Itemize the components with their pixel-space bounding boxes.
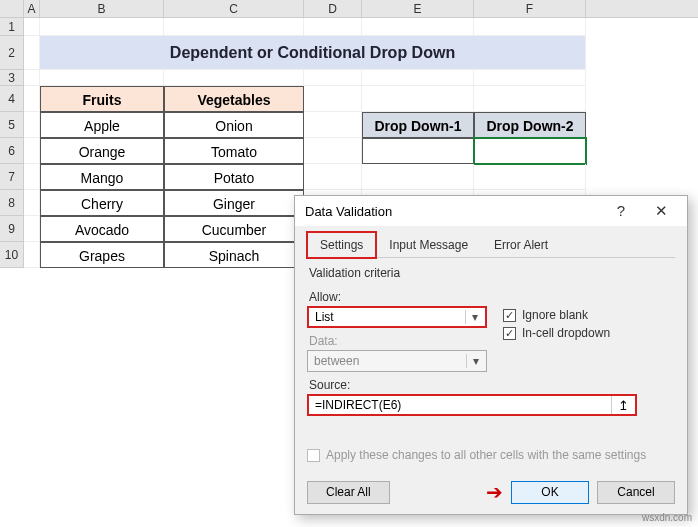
cell[interactable] <box>24 190 40 216</box>
table-header[interactable]: Fruits <box>40 86 164 112</box>
allow-select[interactable]: List ▾ <box>307 306 487 328</box>
cell[interactable] <box>24 216 40 242</box>
cell[interactable] <box>24 242 40 268</box>
row-header[interactable]: 10 <box>0 242 24 268</box>
cell[interactable] <box>474 86 586 112</box>
table-cell[interactable]: Orange <box>40 138 164 164</box>
table-cell[interactable]: Ginger <box>164 190 304 216</box>
select-all-corner[interactable] <box>0 0 24 17</box>
data-select: between ▾ <box>307 350 487 372</box>
cell[interactable] <box>24 36 40 70</box>
page-title: Dependent or Conditional Drop Down <box>40 36 586 70</box>
row: 3 <box>0 70 698 86</box>
cell[interactable] <box>24 112 40 138</box>
row-header[interactable]: 7 <box>0 164 24 190</box>
table-cell[interactable]: Cherry <box>40 190 164 216</box>
tab-strip: Settings Input Message Error Alert <box>307 232 675 258</box>
row-header[interactable]: 4 <box>0 86 24 112</box>
cell[interactable] <box>24 70 40 86</box>
table-cell[interactable]: Onion <box>164 112 304 138</box>
row: 7 Mango Potato <box>0 164 698 190</box>
table-cell[interactable]: Cucumber <box>164 216 304 242</box>
col-header[interactable]: D <box>304 0 362 17</box>
checkbox-icon: ✓ <box>503 309 516 322</box>
row-header[interactable]: 3 <box>0 70 24 86</box>
tab-error-alert[interactable]: Error Alert <box>481 232 561 257</box>
column-header-row: A B C D E F <box>0 0 698 18</box>
allow-label: Allow: <box>309 290 487 304</box>
source-label: Source: <box>309 378 675 392</box>
row-header[interactable]: 5 <box>0 112 24 138</box>
cell[interactable] <box>304 70 362 86</box>
row-header[interactable]: 6 <box>0 138 24 164</box>
chevron-down-icon: ▾ <box>466 354 484 368</box>
cell[interactable] <box>362 70 474 86</box>
arrow-right-icon: ➔ <box>486 480 503 504</box>
incell-dropdown-checkbox[interactable]: ✓ In-cell dropdown <box>503 326 610 340</box>
cell[interactable] <box>304 18 362 36</box>
cell[interactable] <box>362 164 474 190</box>
ok-button[interactable]: OK <box>511 481 589 504</box>
col-header[interactable]: B <box>40 0 164 17</box>
row: 2 Dependent or Conditional Drop Down <box>0 36 698 70</box>
col-header[interactable]: A <box>24 0 40 17</box>
cell[interactable] <box>474 18 586 36</box>
watermark: wsxdn.com <box>642 512 692 523</box>
cell[interactable] <box>24 18 40 36</box>
dialog-title: Data Validation <box>305 204 601 219</box>
cell[interactable] <box>304 112 362 138</box>
row: 4 Fruits Vegetables <box>0 86 698 112</box>
table-cell[interactable]: Potato <box>164 164 304 190</box>
cell[interactable] <box>164 70 304 86</box>
row: 1 <box>0 18 698 36</box>
dialog-titlebar[interactable]: Data Validation ? ✕ <box>295 196 687 226</box>
cell[interactable] <box>40 18 164 36</box>
col-header[interactable]: F <box>474 0 586 17</box>
cell[interactable] <box>40 70 164 86</box>
data-value: between <box>314 354 466 368</box>
table-cell[interactable]: Spinach <box>164 242 304 268</box>
row-header[interactable]: 1 <box>0 18 24 36</box>
chevron-down-icon: ▾ <box>465 310 483 324</box>
table-header[interactable]: Vegetables <box>164 86 304 112</box>
cell[interactable] <box>164 18 304 36</box>
col-header[interactable]: E <box>362 0 474 17</box>
col-header[interactable]: C <box>164 0 304 17</box>
table-cell[interactable]: Mango <box>40 164 164 190</box>
apply-all-checkbox: Apply these changes to all other cells w… <box>307 448 675 462</box>
cell[interactable] <box>24 164 40 190</box>
cell[interactable] <box>24 86 40 112</box>
help-button[interactable]: ? <box>601 196 641 226</box>
row-header[interactable]: 8 <box>0 190 24 216</box>
table-cell[interactable]: Avocado <box>40 216 164 242</box>
cell[interactable] <box>304 138 362 164</box>
table-cell[interactable]: Tomato <box>164 138 304 164</box>
dropdown-cell-2-selected[interactable] <box>474 138 586 164</box>
cell[interactable] <box>362 18 474 36</box>
cell[interactable] <box>304 164 362 190</box>
cancel-button[interactable]: Cancel <box>597 481 675 504</box>
cell[interactable] <box>474 70 586 86</box>
source-input[interactable] <box>309 396 611 414</box>
tab-settings[interactable]: Settings <box>307 232 376 258</box>
row: 6 Orange Tomato <box>0 138 698 164</box>
source-field[interactable]: ↥ <box>307 394 637 416</box>
cell[interactable] <box>24 138 40 164</box>
ignore-blank-checkbox[interactable]: ✓ Ignore blank <box>503 308 610 322</box>
range-picker-icon[interactable]: ↥ <box>611 396 635 414</box>
dropdown-header[interactable]: Drop Down-2 <box>474 112 586 138</box>
row: 5 Apple Onion Drop Down-1 Drop Down-2 <box>0 112 698 138</box>
close-button[interactable]: ✕ <box>641 196 681 226</box>
table-cell[interactable]: Apple <box>40 112 164 138</box>
cell[interactable] <box>304 86 362 112</box>
table-cell[interactable]: Grapes <box>40 242 164 268</box>
row-header[interactable]: 2 <box>0 36 24 70</box>
row-header[interactable]: 9 <box>0 216 24 242</box>
dropdown-header[interactable]: Drop Down-1 <box>362 112 474 138</box>
dropdown-cell-1[interactable] <box>362 138 474 164</box>
cell[interactable] <box>362 86 474 112</box>
tab-input-message[interactable]: Input Message <box>376 232 481 257</box>
apply-all-label: Apply these changes to all other cells w… <box>326 448 646 462</box>
cell[interactable] <box>474 164 586 190</box>
clear-all-button[interactable]: Clear All <box>307 481 390 504</box>
